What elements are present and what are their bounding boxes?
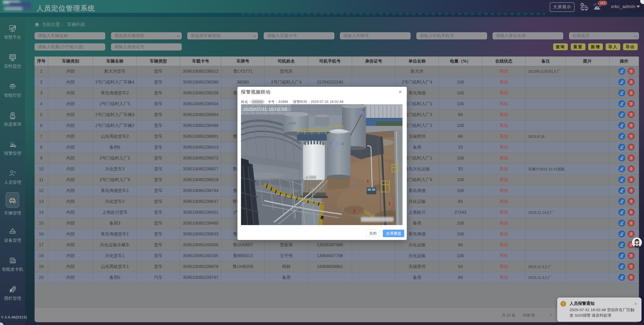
svg-text:-2: -2 [305, 175, 308, 180]
svg-text:4: 4 [342, 142, 344, 146]
svg-text:2025/07/31 16:02:58: 2025/07/31 16:02:58 [243, 106, 287, 112]
svg-text:-2101: -2101 [288, 121, 296, 125]
svg-text:T: T [330, 142, 332, 146]
